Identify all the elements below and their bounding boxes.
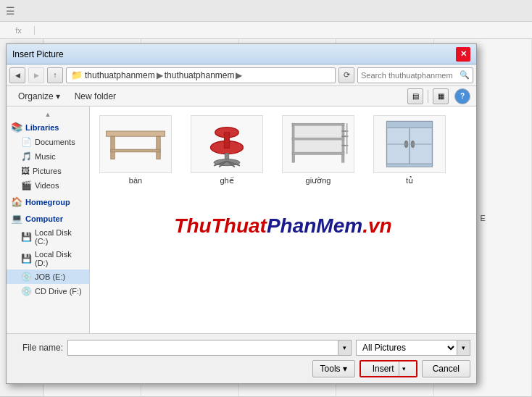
forward-button[interactable]: ▶ xyxy=(28,67,44,83)
local-disk-d-label: Local Disk (D:) xyxy=(35,250,85,267)
formula-bar-fx: fx xyxy=(6,26,35,35)
sidebar-item-job-e[interactable]: 💿 JOB (E:) xyxy=(7,269,89,284)
sidebar-homegroup-header[interactable]: 🏠 Homegroup xyxy=(7,194,89,209)
svg-rect-15 xyxy=(292,123,344,126)
sidebar-item-local-disk-d[interactable]: 💾 Local Disk (D:) xyxy=(7,248,89,269)
sidebar-computer-header[interactable]: 💻 Computer xyxy=(7,211,89,226)
insert-dropdown-icon[interactable]: ▾ xyxy=(399,362,409,376)
music-icon: 🎵 xyxy=(21,151,32,162)
new-folder-button[interactable]: New folder xyxy=(69,88,122,104)
sidebar-item-cd-drive-f[interactable]: 💿 CD Drive (F:) xyxy=(7,284,89,298)
search-box[interactable]: 🔍 xyxy=(357,67,473,83)
svg-rect-0 xyxy=(107,131,165,136)
libraries-label: Libraries xyxy=(25,123,59,132)
svg-rect-1 xyxy=(111,136,115,159)
scroll-up[interactable]: ▲ xyxy=(7,109,89,120)
breadcrumb-part2: thuthuatphanmem xyxy=(165,70,235,80)
pictures-label: Pictures xyxy=(33,167,62,175)
wardrobe-svg xyxy=(377,118,442,170)
organize-label: Organize xyxy=(18,91,54,101)
watermark-thuat: Thuat xyxy=(212,214,267,238)
videos-icon: 🎬 xyxy=(21,180,32,191)
tools-arrow-icon: ▾ xyxy=(343,364,347,374)
organize-button[interactable]: Organize ▾ xyxy=(12,88,66,104)
file-label-ghe: ghế xyxy=(220,176,233,185)
filename-field-group: ▾ xyxy=(67,340,352,356)
help-button[interactable]: ? xyxy=(454,88,470,104)
local-disk-c-icon: 💾 xyxy=(21,232,32,242)
file-label-ban: bàn xyxy=(129,176,142,185)
filename-label: File name: xyxy=(12,343,63,353)
svg-rect-6 xyxy=(224,133,229,149)
svg-rect-13 xyxy=(292,123,295,162)
documents-label: Documents xyxy=(35,138,75,146)
tools-label: Tools xyxy=(320,364,341,374)
close-button[interactable]: ✕ xyxy=(456,47,470,62)
job-e-label: JOB (E:) xyxy=(35,272,65,281)
pictures-icon: 🖼 xyxy=(21,166,30,176)
dialog-toolbar: Organize ▾ New folder ▤ ▦ ? xyxy=(7,86,476,106)
libraries-icon: 📚 xyxy=(11,122,22,133)
view-button-2[interactable]: ▦ xyxy=(433,88,449,104)
computer-label: Computer xyxy=(25,214,63,223)
breadcrumb-arrow1: ▶ xyxy=(157,70,163,80)
watermark-dot: . xyxy=(362,214,368,238)
svg-rect-18 xyxy=(295,126,342,138)
back-button[interactable]: ◀ xyxy=(9,67,25,83)
file-item-ghe[interactable]: ghế xyxy=(187,112,267,188)
address-breadcrumb[interactable]: 📁 thuthuatphanmem ▶ thuthuatphanmem ▶ xyxy=(66,67,336,83)
up-button[interactable]: ↑ xyxy=(47,67,63,83)
sidebar-item-pictures[interactable]: 🖼 Pictures xyxy=(7,164,89,178)
computer-icon: 💻 xyxy=(11,213,22,224)
sidebar-libraries-header[interactable]: 📚 Libraries xyxy=(7,120,89,135)
file-area[interactable]: bàn xyxy=(90,106,476,333)
view-button-1[interactable]: ▤ xyxy=(407,88,423,104)
search-input[interactable] xyxy=(361,71,458,80)
file-grid: bàn xyxy=(96,112,470,188)
insert-picture-dialog: Insert Picture ✕ ◀ ▶ ↑ 📁 thuthuatphanmem… xyxy=(6,43,477,384)
table-svg xyxy=(103,118,168,170)
file-item-giuong[interactable]: giường xyxy=(278,112,358,188)
file-thumb-tu xyxy=(373,115,446,173)
view-icon-2: ▦ xyxy=(438,92,444,100)
dialog-content: ▲ 📚 Libraries 📄 Documents 🎵 Music 🖼 xyxy=(7,106,476,333)
search-icon: 🔍 xyxy=(460,70,470,80)
local-disk-c-label: Local Disk (C:) xyxy=(35,228,85,246)
view-icon-1: ▤ xyxy=(412,92,419,100)
file-item-ban[interactable]: bàn xyxy=(96,112,175,188)
sidebar-section-homegroup: 🏠 Homegroup xyxy=(7,194,89,209)
filetype-dropdown-arrow[interactable]: ▾ xyxy=(457,340,470,356)
homegroup-label: Homegroup xyxy=(25,198,70,206)
sidebar-item-music[interactable]: 🎵 Music xyxy=(7,149,89,164)
videos-label: Videos xyxy=(35,181,59,190)
cancel-button[interactable]: Cancel xyxy=(422,360,470,377)
svg-rect-3 xyxy=(111,149,160,152)
dialog-bottom: File name: ▾ All Pictures ▾ Tools ▾ Inse… xyxy=(7,333,476,383)
filetype-field-group: All Pictures ▾ xyxy=(356,340,470,356)
sidebar-section-computer: 💻 Computer 💾 Local Disk (C:) 💾 Local Dis… xyxy=(7,211,89,298)
file-item-tu[interactable]: tủ xyxy=(370,112,449,188)
filetype-select[interactable]: All Pictures xyxy=(356,340,457,356)
help-icon: ? xyxy=(460,92,465,100)
watermark-vn: vn xyxy=(368,214,392,238)
filename-dropdown-arrow[interactable]: ▾ xyxy=(338,340,352,356)
svg-rect-17 xyxy=(292,152,344,155)
action-row: Tools ▾ Insert ▾ Cancel xyxy=(12,360,470,377)
insert-button-label: Insert xyxy=(368,364,399,374)
svg-rect-16 xyxy=(292,138,344,141)
filename-input[interactable] xyxy=(67,340,338,356)
svg-rect-26 xyxy=(387,122,433,128)
sidebar-item-local-disk-c[interactable]: 💾 Local Disk (C:) xyxy=(7,226,89,248)
file-label-giuong: giường xyxy=(306,176,331,185)
sidebar-item-videos[interactable]: 🎬 Videos xyxy=(7,178,89,193)
dialog-titlebar: Insert Picture ✕ xyxy=(7,44,476,64)
dialog-addressbar: ◀ ▶ ↑ 📁 thuthuatphanmem ▶ thuthuatphanme… xyxy=(7,64,476,86)
sidebar-section-libraries: 📚 Libraries 📄 Documents 🎵 Music 🖼 Pictur… xyxy=(7,120,89,193)
watermark-mem: Mem xyxy=(316,214,362,238)
refresh-button[interactable]: ⟳ xyxy=(338,67,354,83)
file-label-tu: tủ xyxy=(406,176,413,185)
insert-button[interactable]: Insert ▾ xyxy=(359,360,417,377)
sidebar-item-documents[interactable]: 📄 Documents xyxy=(7,135,89,149)
tools-button[interactable]: Tools ▾ xyxy=(312,360,355,377)
dialog-title: Insert Picture xyxy=(12,49,64,59)
